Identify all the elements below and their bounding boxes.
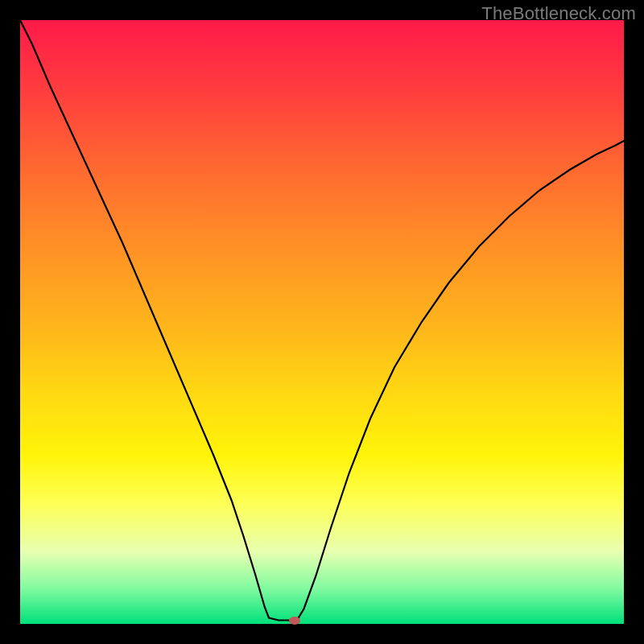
plot-area [20,20,624,624]
minimum-marker [289,617,300,625]
watermark-text: TheBottleneck.com [481,3,636,24]
curve-path [20,20,624,624]
chart-frame: TheBottleneck.com [0,0,644,644]
bottleneck-curve [20,20,624,624]
